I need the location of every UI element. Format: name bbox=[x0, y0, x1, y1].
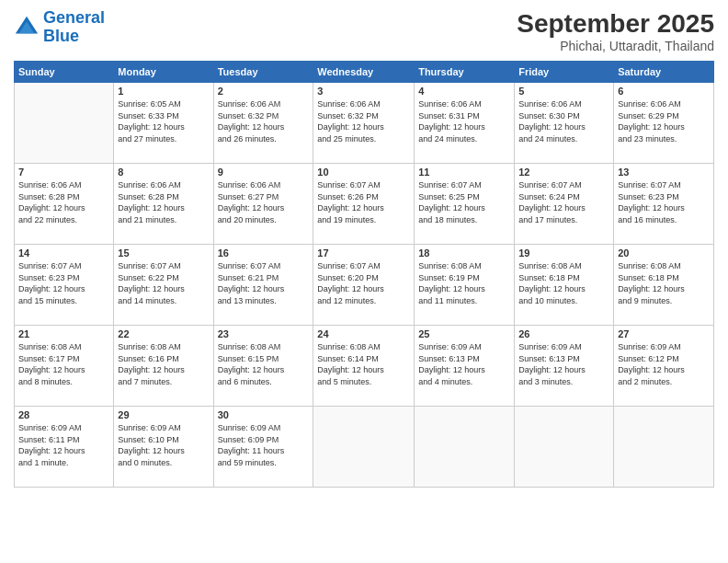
day-info: Sunrise: 6:07 AM Sunset: 6:22 PM Dayligh… bbox=[118, 260, 209, 306]
calendar-cell: 7Sunrise: 6:06 AM Sunset: 6:28 PM Daylig… bbox=[15, 164, 114, 245]
day-number: 11 bbox=[418, 167, 510, 178]
weekday-header-friday: Friday bbox=[515, 62, 614, 83]
day-number: 5 bbox=[518, 86, 609, 97]
calendar-cell: 23Sunrise: 6:08 AM Sunset: 6:15 PM Dayli… bbox=[213, 326, 313, 407]
week-row-3: 21Sunrise: 6:08 AM Sunset: 6:17 PM Dayli… bbox=[15, 326, 714, 407]
calendar-cell: 1Sunrise: 6:05 AM Sunset: 6:33 PM Daylig… bbox=[114, 83, 213, 164]
day-info: Sunrise: 6:08 AM Sunset: 6:18 PM Dayligh… bbox=[618, 260, 710, 306]
day-number: 9 bbox=[218, 167, 310, 178]
day-number: 25 bbox=[418, 328, 510, 339]
page: General Blue September 2025 Phichai, Utt… bbox=[0, 0, 728, 563]
month-title: September 2025 bbox=[517, 9, 714, 39]
day-info: Sunrise: 6:09 AM Sunset: 6:10 PM Dayligh… bbox=[118, 422, 209, 468]
day-info: Sunrise: 6:07 AM Sunset: 6:23 PM Dayligh… bbox=[618, 179, 710, 225]
day-info: Sunrise: 6:06 AM Sunset: 6:29 PM Dayligh… bbox=[618, 98, 710, 144]
day-info: Sunrise: 6:09 AM Sunset: 6:13 PM Dayligh… bbox=[418, 341, 510, 387]
day-number: 2 bbox=[218, 86, 310, 97]
calendar-body: 1Sunrise: 6:05 AM Sunset: 6:33 PM Daylig… bbox=[15, 83, 714, 488]
calendar-cell bbox=[15, 83, 114, 164]
day-number: 27 bbox=[618, 328, 710, 339]
day-info: Sunrise: 6:06 AM Sunset: 6:30 PM Dayligh… bbox=[518, 98, 609, 144]
day-info: Sunrise: 6:09 AM Sunset: 6:13 PM Dayligh… bbox=[518, 341, 609, 387]
day-info: Sunrise: 6:06 AM Sunset: 6:27 PM Dayligh… bbox=[218, 179, 310, 225]
calendar-cell: 5Sunrise: 6:06 AM Sunset: 6:30 PM Daylig… bbox=[515, 83, 614, 164]
calendar-cell: 12Sunrise: 6:07 AM Sunset: 6:24 PM Dayli… bbox=[515, 164, 614, 245]
weekday-header-monday: Monday bbox=[114, 62, 213, 83]
header: General Blue September 2025 Phichai, Utt… bbox=[14, 9, 714, 53]
logo-text: General Blue bbox=[43, 9, 105, 46]
calendar-cell: 17Sunrise: 6:07 AM Sunset: 6:20 PM Dayli… bbox=[313, 245, 415, 326]
day-info: Sunrise: 6:06 AM Sunset: 6:28 PM Dayligh… bbox=[118, 179, 209, 225]
logo-blue: Blue bbox=[43, 27, 79, 45]
day-number: 18 bbox=[418, 247, 510, 259]
week-row-2: 14Sunrise: 6:07 AM Sunset: 6:23 PM Dayli… bbox=[15, 245, 714, 326]
day-number: 4 bbox=[418, 86, 510, 97]
calendar-cell: 26Sunrise: 6:09 AM Sunset: 6:13 PM Dayli… bbox=[515, 326, 614, 407]
weekday-header-tuesday: Tuesday bbox=[213, 62, 313, 83]
calendar-cell bbox=[313, 407, 415, 488]
calendar-cell: 18Sunrise: 6:08 AM Sunset: 6:19 PM Dayli… bbox=[415, 245, 515, 326]
day-number: 26 bbox=[518, 328, 609, 339]
day-info: Sunrise: 6:08 AM Sunset: 6:17 PM Dayligh… bbox=[18, 341, 109, 387]
day-number: 3 bbox=[317, 86, 410, 97]
day-info: Sunrise: 6:06 AM Sunset: 6:31 PM Dayligh… bbox=[418, 98, 510, 144]
day-number: 13 bbox=[618, 167, 710, 178]
weekday-header-thursday: Thursday bbox=[415, 62, 515, 83]
calendar-cell: 10Sunrise: 6:07 AM Sunset: 6:26 PM Dayli… bbox=[313, 164, 415, 245]
day-number: 28 bbox=[18, 409, 109, 420]
day-info: Sunrise: 6:07 AM Sunset: 6:25 PM Dayligh… bbox=[418, 179, 510, 225]
calendar-cell: 27Sunrise: 6:09 AM Sunset: 6:12 PM Dayli… bbox=[614, 326, 714, 407]
calendar-cell: 8Sunrise: 6:06 AM Sunset: 6:28 PM Daylig… bbox=[114, 164, 213, 245]
day-info: Sunrise: 6:08 AM Sunset: 6:18 PM Dayligh… bbox=[518, 260, 609, 306]
calendar-cell: 24Sunrise: 6:08 AM Sunset: 6:14 PM Dayli… bbox=[313, 326, 415, 407]
week-row-1: 7Sunrise: 6:06 AM Sunset: 6:28 PM Daylig… bbox=[15, 164, 714, 245]
day-info: Sunrise: 6:06 AM Sunset: 6:32 PM Dayligh… bbox=[218, 98, 310, 144]
day-number: 10 bbox=[317, 167, 410, 178]
logo: General Blue bbox=[14, 9, 105, 46]
day-number: 16 bbox=[218, 247, 310, 259]
calendar-cell bbox=[515, 407, 614, 488]
day-info: Sunrise: 6:06 AM Sunset: 6:28 PM Dayligh… bbox=[18, 179, 109, 225]
calendar-cell: 25Sunrise: 6:09 AM Sunset: 6:13 PM Dayli… bbox=[415, 326, 515, 407]
day-info: Sunrise: 6:06 AM Sunset: 6:32 PM Dayligh… bbox=[317, 98, 410, 144]
week-row-4: 28Sunrise: 6:09 AM Sunset: 6:11 PM Dayli… bbox=[15, 407, 714, 488]
day-number: 12 bbox=[518, 167, 609, 178]
calendar-cell: 13Sunrise: 6:07 AM Sunset: 6:23 PM Dayli… bbox=[614, 164, 714, 245]
day-info: Sunrise: 6:07 AM Sunset: 6:26 PM Dayligh… bbox=[317, 179, 410, 225]
calendar-cell: 14Sunrise: 6:07 AM Sunset: 6:23 PM Dayli… bbox=[15, 245, 114, 326]
day-info: Sunrise: 6:08 AM Sunset: 6:16 PM Dayligh… bbox=[118, 341, 209, 387]
day-number: 24 bbox=[317, 328, 410, 339]
calendar-cell: 22Sunrise: 6:08 AM Sunset: 6:16 PM Dayli… bbox=[114, 326, 213, 407]
day-number: 29 bbox=[118, 409, 209, 420]
day-info: Sunrise: 6:07 AM Sunset: 6:21 PM Dayligh… bbox=[218, 260, 310, 306]
day-number: 19 bbox=[518, 247, 609, 259]
logo-icon bbox=[14, 15, 40, 40]
calendar-cell bbox=[415, 407, 515, 488]
calendar-cell: 11Sunrise: 6:07 AM Sunset: 6:25 PM Dayli… bbox=[415, 164, 515, 245]
day-info: Sunrise: 6:08 AM Sunset: 6:14 PM Dayligh… bbox=[317, 341, 410, 387]
weekday-header-wednesday: Wednesday bbox=[313, 62, 415, 83]
day-info: Sunrise: 6:09 AM Sunset: 6:11 PM Dayligh… bbox=[18, 422, 109, 468]
day-info: Sunrise: 6:07 AM Sunset: 6:23 PM Dayligh… bbox=[18, 260, 109, 306]
calendar-cell: 6Sunrise: 6:06 AM Sunset: 6:29 PM Daylig… bbox=[614, 83, 714, 164]
calendar-cell: 28Sunrise: 6:09 AM Sunset: 6:11 PM Dayli… bbox=[15, 407, 114, 488]
day-info: Sunrise: 6:07 AM Sunset: 6:24 PM Dayligh… bbox=[518, 179, 609, 225]
week-row-0: 1Sunrise: 6:05 AM Sunset: 6:33 PM Daylig… bbox=[15, 83, 714, 164]
day-number: 22 bbox=[118, 328, 209, 339]
day-number: 20 bbox=[618, 247, 710, 259]
day-info: Sunrise: 6:08 AM Sunset: 6:19 PM Dayligh… bbox=[418, 260, 510, 306]
calendar-cell: 2Sunrise: 6:06 AM Sunset: 6:32 PM Daylig… bbox=[213, 83, 313, 164]
title-section: September 2025 Phichai, Uttaradit, Thail… bbox=[517, 9, 714, 53]
weekday-header-sunday: Sunday bbox=[15, 62, 114, 83]
day-number: 8 bbox=[118, 167, 209, 178]
location-subtitle: Phichai, Uttaradit, Thailand bbox=[517, 39, 714, 53]
day-number: 7 bbox=[18, 167, 109, 178]
day-info: Sunrise: 6:08 AM Sunset: 6:15 PM Dayligh… bbox=[218, 341, 310, 387]
day-info: Sunrise: 6:09 AM Sunset: 6:09 PM Dayligh… bbox=[218, 422, 310, 468]
calendar-cell: 16Sunrise: 6:07 AM Sunset: 6:21 PM Dayli… bbox=[213, 245, 313, 326]
day-info: Sunrise: 6:07 AM Sunset: 6:20 PM Dayligh… bbox=[317, 260, 410, 306]
logo-general: General bbox=[43, 8, 105, 27]
day-number: 23 bbox=[218, 328, 310, 339]
weekday-header-saturday: Saturday bbox=[614, 62, 714, 83]
day-number: 15 bbox=[118, 247, 209, 259]
